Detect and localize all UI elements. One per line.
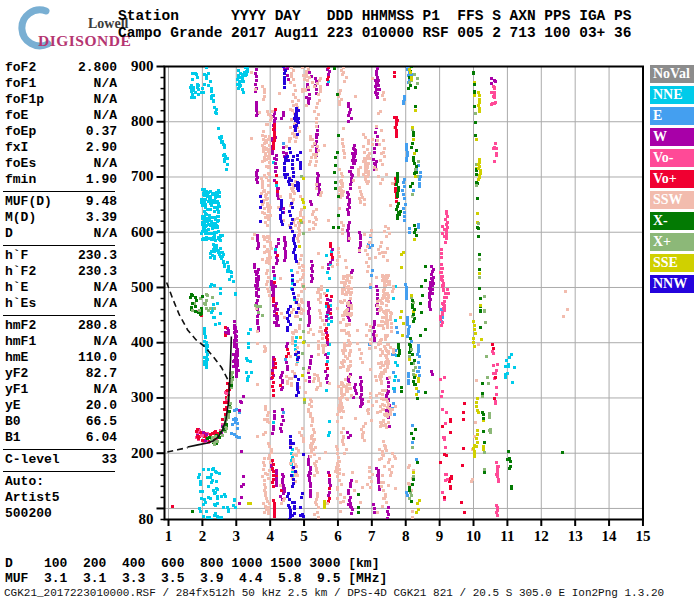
y-tick-label: 500 xyxy=(131,279,154,295)
y-tick-label: 200 xyxy=(131,445,154,461)
x-tick-label: 13 xyxy=(568,528,583,544)
legend-item-nne: NNE xyxy=(650,86,694,104)
legend-item-vo: Vo- xyxy=(650,149,694,167)
footer-fileinfo: CGK21_2017223010000.RSF / 284fx512h 50 k… xyxy=(4,587,664,599)
legend-item-nnw: NNW xyxy=(650,275,694,293)
x-tick-label: 3 xyxy=(233,528,241,544)
x-tick-label: 2 xyxy=(199,528,207,544)
digisonde-ionogram-window: Lowell DIGISONDE Station YYYY DAY DDD HH… xyxy=(0,0,700,600)
ionogram-scatter-canvas xyxy=(165,67,643,519)
y-tick-label: 600 xyxy=(131,224,154,240)
direction-legend: NoValNNEEWVo-Vo+SSWX-X+SSENNW xyxy=(650,65,694,296)
y-tick-label: 800 xyxy=(131,113,154,129)
legend-item-sse: SSE xyxy=(650,254,694,272)
muf-row: MUF 3.1 3.1 3.3 3.5 3.9 4.4 5.8 9.5 [MHz… xyxy=(5,571,387,586)
x-tick-label: 12 xyxy=(534,528,549,544)
legend-item-ssw: SSW xyxy=(650,191,694,209)
legend-item-e: E xyxy=(650,107,694,125)
legend-item-noval: NoVal xyxy=(650,65,694,83)
legend-item-x: X- xyxy=(650,212,694,230)
x-tick-label: 15 xyxy=(635,528,650,544)
x-tick-label: 8 xyxy=(402,528,410,544)
x-tick-label: 9 xyxy=(436,528,444,544)
y-tick-label: 80 xyxy=(139,511,154,527)
x-tick-label: 7 xyxy=(368,528,376,544)
legend-item-w: W xyxy=(650,128,694,146)
legend-item-vo: Vo+ xyxy=(650,170,694,188)
y-tick-label: 400 xyxy=(131,334,154,350)
x-tick-label: 4 xyxy=(266,528,274,544)
x-tick-label: 11 xyxy=(500,528,514,544)
legend-item-x: X+ xyxy=(650,233,694,251)
y-tick-label: 700 xyxy=(131,168,154,184)
x-tick-label: 5 xyxy=(300,528,308,544)
x-tick-label: 1 xyxy=(165,528,173,544)
x-tick-label: 14 xyxy=(602,528,618,544)
y-tick-label: 900 xyxy=(131,58,154,74)
distance-row: D 100 200 400 600 800 1000 1500 3000 [km… xyxy=(5,556,379,571)
x-tick-label: 10 xyxy=(466,528,481,544)
y-tick-label: 300 xyxy=(131,389,154,405)
x-tick-label: 6 xyxy=(334,528,342,544)
